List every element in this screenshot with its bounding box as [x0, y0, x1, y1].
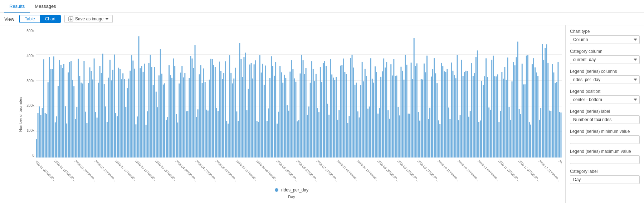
chart-type-select[interactable]: Column Bar Line Area Scatter Pie [570, 35, 640, 44]
svg-rect-215 [334, 80, 335, 158]
chart-type-field: Chart type Column Bar Line Area Scatter … [570, 29, 640, 44]
svg-rect-328 [497, 74, 498, 158]
svg-rect-319 [484, 76, 485, 158]
svg-rect-50 [97, 118, 98, 158]
svg-rect-107 [179, 84, 180, 158]
svg-rect-370 [557, 62, 558, 158]
svg-rect-59 [109, 60, 111, 158]
svg-rect-341 [516, 57, 517, 158]
svg-rect-227 [352, 55, 353, 158]
svg-rect-291 [444, 71, 445, 158]
svg-rect-252 [387, 110, 389, 158]
svg-rect-244 [376, 72, 377, 158]
svg-rect-40 [82, 84, 83, 158]
svg-rect-29 [66, 124, 67, 158]
svg-rect-63 [115, 113, 116, 158]
svg-rect-182 [287, 105, 288, 158]
legend-position-select[interactable]: center - bottom top left right none [570, 95, 640, 104]
toolbar: View Table Chart Save as image [0, 13, 644, 25]
svg-rect-157 [251, 63, 252, 158]
svg-rect-49 [95, 112, 96, 158]
category-label-input[interactable] [570, 175, 640, 184]
svg-rect-41 [83, 61, 84, 158]
svg-rect-161 [257, 121, 258, 158]
svg-rect-279 [426, 56, 428, 158]
svg-rect-277 [424, 64, 425, 158]
svg-rect-314 [477, 50, 478, 158]
legend-series-select[interactable]: rides_per_day [570, 75, 640, 84]
svg-rect-245 [377, 114, 379, 158]
svg-rect-127 [208, 111, 209, 158]
svg-rect-54 [102, 54, 103, 158]
svg-rect-28 [65, 106, 66, 158]
svg-rect-195 [306, 68, 307, 158]
y-tick-0: 0 [21, 154, 36, 158]
svg-rect-33 [72, 80, 73, 158]
svg-rect-151 [242, 77, 243, 158]
svg-rect-258 [396, 76, 397, 158]
legend-label: rides_per_day [281, 188, 308, 192]
svg-rect-111 [184, 73, 185, 158]
svg-rect-280 [428, 119, 429, 158]
svg-rect-284 [434, 58, 435, 158]
svg-rect-20 [53, 56, 54, 158]
svg-rect-177 [279, 66, 280, 158]
svg-rect-65 [118, 68, 119, 158]
legend-label-label: Legend (series) label [570, 109, 640, 114]
svg-rect-286 [436, 83, 438, 158]
y-tick-500k: 500k [21, 29, 36, 33]
svg-rect-209 [326, 66, 327, 158]
svg-rect-193 [303, 60, 304, 158]
svg-rect-139 [225, 61, 226, 158]
svg-rect-364 [549, 111, 550, 158]
svg-rect-71 [127, 88, 128, 158]
svg-rect-353 [533, 58, 534, 158]
svg-rect-285 [435, 73, 436, 158]
tab-results[interactable]: Results [4, 1, 30, 12]
svg-rect-132 [215, 67, 216, 158]
svg-rect-189 [297, 121, 298, 158]
chart-button[interactable]: Chart [40, 15, 60, 22]
chart-type-label: Chart type [570, 29, 640, 34]
category-column-select[interactable]: current_day [570, 55, 640, 64]
legend-series-label: Legend (series) columns [570, 69, 640, 74]
svg-rect-348 [526, 56, 527, 158]
svg-rect-150 [240, 59, 241, 158]
svg-rect-331 [501, 72, 502, 158]
svg-rect-81 [141, 66, 142, 158]
svg-rect-35 [75, 119, 76, 158]
tab-messages[interactable]: Messages [30, 1, 61, 12]
svg-rect-367 [553, 72, 554, 158]
svg-rect-108 [180, 72, 181, 158]
svg-rect-176 [278, 112, 279, 158]
svg-rect-308 [468, 117, 469, 158]
svg-rect-203 [317, 108, 318, 158]
svg-rect-52 [99, 66, 101, 158]
main-content: Number of taxi rides 0 100k 200k 300k 40… [0, 25, 644, 203]
svg-rect-255 [392, 75, 393, 158]
table-button[interactable]: Table [20, 15, 40, 22]
svg-rect-204 [318, 112, 319, 158]
svg-rect-288 [439, 124, 440, 158]
svg-rect-15 [46, 114, 47, 158]
svg-rect-60 [111, 80, 112, 158]
svg-rect-221 [343, 59, 344, 158]
save-as-image-button[interactable]: Save as image [64, 15, 113, 23]
svg-rect-253 [389, 119, 390, 158]
svg-rect-34 [73, 86, 74, 158]
svg-rect-105 [176, 114, 177, 158]
svg-rect-117 [193, 68, 194, 158]
legend-min-input[interactable] [570, 135, 640, 144]
svg-rect-156 [249, 65, 250, 158]
svg-rect-78 [137, 116, 138, 158]
svg-rect-11 [40, 115, 42, 158]
legend-label-input[interactable] [570, 115, 640, 124]
svg-rect-115 [190, 56, 191, 158]
svg-rect-118 [195, 45, 196, 158]
svg-rect-30 [68, 72, 69, 158]
svg-rect-76 [134, 69, 135, 158]
svg-rect-293 [447, 69, 448, 158]
svg-rect-145 [233, 79, 234, 158]
svg-rect-44 [88, 83, 89, 158]
legend-max-input[interactable] [570, 155, 640, 164]
